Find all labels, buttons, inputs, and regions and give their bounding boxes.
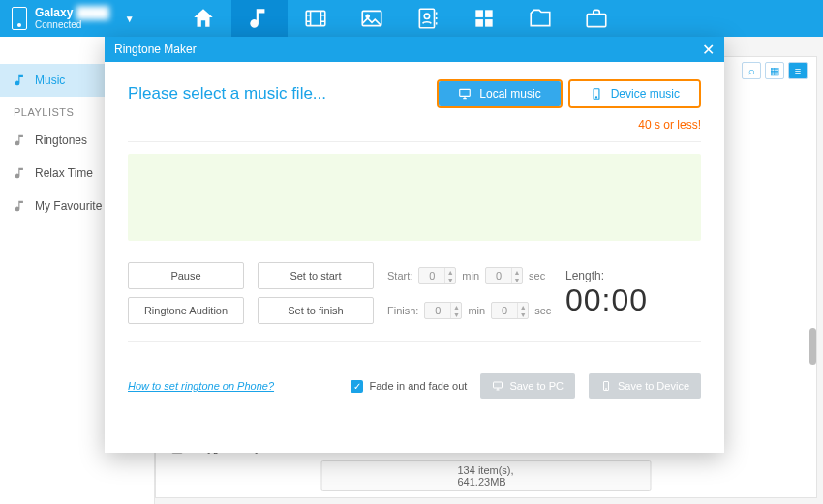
spin-down-icon[interactable]: ▼ [512, 276, 522, 283]
playlist-icon [14, 199, 27, 213]
button-label: Local music [479, 87, 540, 101]
svg-rect-13 [494, 382, 503, 388]
length-value: 00:00 [565, 282, 701, 318]
nav-home[interactable] [175, 0, 231, 37]
grid-view-button[interactable]: ▦ [765, 62, 784, 79]
modal-title: Ringtone Maker [114, 43, 197, 56]
finish-label: Finish: [387, 305, 418, 316]
nav-contacts[interactable] [400, 0, 456, 37]
sidebar-item-label: Relax Time [35, 166, 93, 180]
close-icon[interactable]: ✕ [702, 41, 715, 59]
svg-rect-5 [475, 10, 483, 17]
start-min-field[interactable]: 0▲▼ [418, 267, 456, 284]
set-start-button[interactable]: Set to start [258, 262, 374, 289]
device-music-button[interactable]: Device music [568, 79, 701, 108]
duration-warning: 40 s or less! [128, 118, 701, 132]
min-unit: min [468, 305, 485, 316]
device-name: Galaxy [35, 6, 73, 19]
fade-label: Fade in and fade out [369, 380, 467, 392]
button-label: Save to PC [509, 380, 564, 392]
nav-video[interactable] [288, 0, 344, 37]
min-unit: min [462, 270, 479, 282]
nav-photos[interactable] [344, 0, 400, 37]
device-info: Galaxy ████ Connected [35, 7, 109, 30]
button-label: Save to Device [618, 380, 689, 392]
length-label: Length: [565, 269, 701, 282]
status-bar: 134 item(s), 641.23MB [321, 460, 652, 491]
sec-unit: sec [529, 270, 545, 282]
svg-rect-7 [475, 19, 483, 27]
ringtone-maker-modal: Ringtone Maker ✕ Please select a music f… [105, 37, 724, 453]
start-sec-field[interactable]: 0▲▼ [485, 267, 523, 284]
top-nav [175, 0, 625, 37]
spin-up-icon[interactable]: ▲ [518, 303, 528, 311]
search-button[interactable]: ⌕ [742, 62, 761, 79]
device-name-masked: ████ [76, 6, 109, 19]
spin-up-icon[interactable]: ▲ [451, 303, 461, 311]
spin-up-icon[interactable]: ▲ [512, 268, 522, 276]
fade-checkbox[interactable]: ✓ Fade in and fade out [351, 380, 467, 393]
finish-min-field[interactable]: 0▲▼ [424, 302, 462, 319]
spin-down-icon[interactable]: ▼ [518, 311, 528, 318]
finish-sec-field[interactable]: 0▲▼ [491, 302, 529, 319]
nav-toolbox[interactable] [568, 0, 625, 37]
sidebar-item-label: Ringtones [35, 133, 87, 147]
modal-header: Ringtone Maker ✕ [105, 37, 724, 62]
app-header: Galaxy ████ Connected ▼ [0, 0, 823, 37]
pause-button[interactable]: Pause [128, 262, 244, 289]
svg-point-15 [606, 389, 607, 390]
nav-music[interactable] [231, 0, 288, 37]
start-time-row: Start: 0▲▼ min 0▲▼ sec [387, 267, 552, 284]
svg-rect-0 [306, 11, 325, 25]
playlist-icon [14, 133, 27, 147]
nav-files[interactable] [512, 0, 568, 37]
local-music-button[interactable]: Local music [437, 79, 562, 108]
divider [128, 341, 701, 342]
svg-rect-10 [460, 89, 471, 96]
chevron-down-icon: ▼ [125, 14, 135, 24]
device-selector[interactable]: Galaxy ████ Connected ▼ [0, 0, 146, 37]
device-status: Connected [35, 19, 109, 30]
checkbox-checked-icon: ✓ [351, 380, 363, 393]
save-to-device-button[interactable]: Save to Device [589, 373, 701, 399]
start-label: Start: [387, 270, 412, 282]
sidebar-item-label: My Favourite [35, 199, 102, 213]
view-toolbar: ⌕ ▦ ≡ [742, 62, 808, 79]
phone-icon [600, 380, 612, 392]
length-display: Length: 00:00 [565, 269, 701, 318]
save-to-pc-button[interactable]: Save to PC [480, 373, 575, 399]
svg-point-4 [424, 14, 429, 18]
prompt-text: Please select a music file... [128, 84, 326, 104]
finish-time-row: Finish: 0▲▼ min 0▲▼ sec [387, 302, 552, 319]
waveform-area[interactable] [128, 154, 701, 241]
svg-rect-8 [485, 19, 493, 27]
divider [128, 141, 701, 142]
nav-apps[interactable] [456, 0, 512, 37]
spin-up-icon[interactable]: ▲ [445, 268, 455, 276]
svg-rect-6 [485, 10, 493, 17]
button-label: Device music [611, 87, 680, 101]
list-view-button[interactable]: ≡ [788, 62, 808, 79]
svg-rect-9 [587, 15, 606, 27]
spin-down-icon[interactable]: ▼ [445, 276, 455, 283]
help-link[interactable]: How to set ringtone on Phone? [128, 380, 274, 392]
phone-icon [590, 87, 603, 101]
monitor-icon [492, 380, 503, 392]
audition-button[interactable]: Ringtone Audition [128, 297, 244, 324]
monitor-icon [458, 87, 472, 101]
scrollbar-thumb[interactable] [809, 328, 816, 365]
music-icon [14, 74, 27, 87]
spin-down-icon[interactable]: ▼ [451, 311, 461, 318]
sidebar-item-label: Music [35, 74, 65, 87]
svg-point-12 [595, 97, 596, 98]
set-finish-button[interactable]: Set to finish [258, 297, 374, 324]
playlist-icon [14, 166, 27, 180]
phone-icon [12, 7, 27, 30]
sec-unit: sec [534, 305, 551, 316]
